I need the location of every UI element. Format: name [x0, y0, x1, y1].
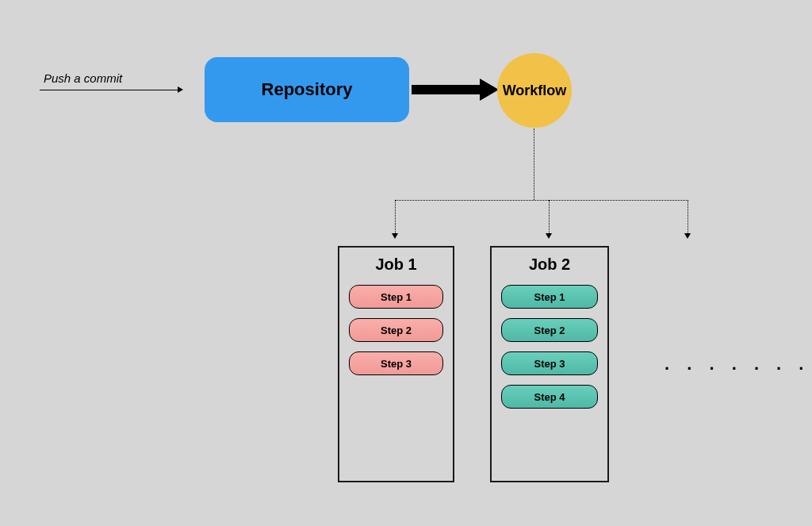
job2-step: Step 2 [501, 318, 598, 342]
step-label: Step 2 [381, 324, 412, 336]
diagram-canvas: Push a commit Repository Workflow Job 1 … [0, 0, 812, 526]
job-title: Job 2 [501, 255, 598, 274]
job1-step: Step 3 [349, 351, 443, 375]
repository-label: Repository [262, 79, 353, 100]
repo-to-workflow-arrow-head [480, 79, 499, 101]
branch-arrowhead-1 [392, 233, 398, 239]
repository-node: Repository [205, 57, 409, 122]
step-label: Step 1 [534, 291, 565, 303]
branch-to-job1-connector [395, 200, 396, 233]
branch-to-more-connector [688, 200, 688, 233]
job2-step: Step 3 [501, 351, 598, 375]
step-label: Step 3 [534, 358, 565, 370]
job2-step: Step 4 [501, 385, 598, 409]
step-label: Step 3 [381, 358, 412, 370]
workflow-label: Workflow [503, 83, 567, 99]
repo-to-workflow-arrow-shaft [412, 85, 481, 94]
trigger-event-label: Push a commit [44, 71, 122, 85]
workflow-branch-connector-vertical [534, 129, 534, 200]
ellipsis-more-jobs: . . . . . . . [665, 354, 810, 374]
trigger-arrow-head [178, 86, 183, 93]
job-box-1: Job 1 Step 1 Step 2 Step 3 [338, 246, 454, 482]
branch-arrowhead-3 [684, 233, 691, 239]
step-label: Step 2 [534, 324, 565, 336]
trigger-arrow-line [40, 90, 180, 90]
branch-arrowhead-2 [546, 233, 552, 239]
step-label: Step 4 [534, 391, 565, 403]
workflow-branch-connector-horizontal [395, 200, 688, 201]
job2-step: Step 1 [501, 285, 598, 309]
job1-step: Step 1 [349, 285, 443, 309]
branch-to-job2-connector [549, 200, 550, 233]
workflow-node: Workflow [497, 53, 572, 128]
job-box-2: Job 2 Step 1 Step 2 Step 3 Step 4 [490, 246, 609, 482]
step-label: Step 1 [381, 291, 412, 303]
job-title: Job 1 [349, 255, 443, 274]
job1-step: Step 2 [349, 318, 443, 342]
